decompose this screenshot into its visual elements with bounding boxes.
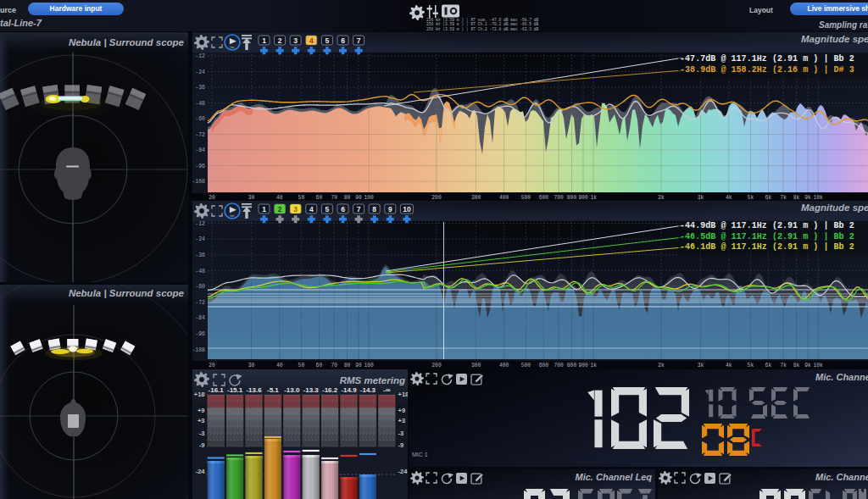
svg-text:900: 900 bbox=[578, 195, 588, 201]
svg-text:200: 200 bbox=[431, 195, 442, 201]
svg-text:3k: 3k bbox=[698, 195, 704, 201]
svg-text:10k: 10k bbox=[814, 363, 824, 369]
svg-text:4: 4 bbox=[309, 36, 314, 45]
svg-text:3: 3 bbox=[293, 36, 298, 45]
svg-text:+18: +18 bbox=[398, 391, 409, 398]
svg-text:-12: -12 bbox=[195, 53, 205, 59]
svg-text:Magnitude spect: Magnitude spect bbox=[801, 34, 868, 44]
svg-text:1k: 1k bbox=[590, 195, 597, 201]
svg-text:6k: 6k bbox=[765, 363, 772, 369]
svg-text:-24: -24 bbox=[195, 69, 205, 75]
svg-text:2k: 2k bbox=[658, 195, 665, 201]
svg-text:-13.0: -13.0 bbox=[284, 386, 300, 394]
svg-text:5k: 5k bbox=[748, 363, 754, 369]
svg-text:-16.2: -16.2 bbox=[322, 386, 338, 394]
svg-text:3: 3 bbox=[293, 205, 298, 213]
svg-text:live: live bbox=[231, 46, 235, 49]
svg-text:+18: +18 bbox=[194, 391, 205, 398]
svg-text:-84: -84 bbox=[195, 315, 205, 321]
svg-text:6: 6 bbox=[341, 36, 345, 45]
svg-text:9k: 9k bbox=[804, 363, 811, 369]
svg-text:-72: -72 bbox=[195, 300, 205, 306]
svg-text:-108: -108 bbox=[192, 179, 205, 185]
svg-text:-15.1: -15.1 bbox=[227, 386, 243, 394]
svg-text:30: 30 bbox=[248, 363, 255, 369]
svg-text:-9: -9 bbox=[199, 441, 205, 449]
svg-text:-9: -9 bbox=[398, 441, 404, 449]
svg-text:7: 7 bbox=[357, 205, 361, 213]
svg-text:-5.1: -5.1 bbox=[267, 386, 279, 394]
svg-text:-13.6: -13.6 bbox=[246, 386, 262, 394]
svg-text:MIC 1: MIC 1 bbox=[412, 452, 428, 457]
svg-text:2: 2 bbox=[278, 205, 282, 213]
svg-text:9: 9 bbox=[388, 205, 392, 213]
svg-text:300: 300 bbox=[471, 195, 481, 201]
svg-text:+9: +9 bbox=[198, 407, 205, 414]
svg-text:5: 5 bbox=[326, 205, 330, 213]
svg-text:4: 4 bbox=[309, 205, 314, 213]
svg-text:-72: -72 bbox=[195, 132, 205, 138]
svg-text:-24: -24 bbox=[195, 236, 205, 242]
svg-text:500: 500 bbox=[521, 363, 531, 369]
svg-text:Magnitude spect: Magnitude spect bbox=[801, 202, 868, 213]
svg-text:20: 20 bbox=[209, 195, 215, 201]
svg-text:5k: 5k bbox=[748, 195, 754, 201]
svg-text:100: 100 bbox=[364, 195, 375, 201]
svg-text:-46.1dB @ 117.1Hz (2.91 m ) |: -46.1dB @ 117.1Hz (2.91 m ) | Bb 2 bbox=[680, 242, 854, 252]
svg-text:40: 40 bbox=[276, 363, 283, 369]
svg-text:-13.3: -13.3 bbox=[303, 386, 320, 394]
svg-text:-60: -60 bbox=[195, 116, 205, 122]
svg-text:-14.3: -14.3 bbox=[360, 386, 376, 394]
svg-text:10: 10 bbox=[403, 205, 411, 213]
svg-text:1k: 1k bbox=[590, 363, 597, 369]
svg-text:+3: +3 bbox=[398, 417, 406, 424]
svg-text:2: 2 bbox=[278, 36, 282, 45]
svg-text:200: 200 bbox=[431, 363, 442, 369]
svg-text:30: 30 bbox=[248, 195, 255, 201]
svg-text:-48: -48 bbox=[195, 269, 205, 274]
svg-text:-3: -3 bbox=[199, 430, 205, 437]
svg-text:-96: -96 bbox=[195, 164, 205, 169]
svg-text:256 Hz (3.59 m ) | RT Ch.2: 256 Hz (3.59 m ) | RT Ch.2 -72.8 dB max … bbox=[426, 27, 539, 31]
svg-text:7: 7 bbox=[357, 36, 361, 45]
svg-text:500: 500 bbox=[521, 195, 531, 201]
svg-text:7k: 7k bbox=[780, 195, 787, 201]
svg-text:-12: -12 bbox=[195, 221, 205, 227]
svg-text:live: live bbox=[231, 214, 235, 218]
svg-text:40: 40 bbox=[276, 195, 283, 201]
svg-text:1: 1 bbox=[262, 205, 266, 213]
svg-text:6: 6 bbox=[341, 205, 345, 213]
svg-text:9k: 9k bbox=[804, 195, 811, 201]
svg-text:5: 5 bbox=[326, 36, 330, 45]
svg-text:-38.9dB @ 158.2Hz (2.16 m ) |: -38.9dB @ 158.2Hz (2.16 m ) | D# 3 bbox=[680, 65, 854, 75]
svg-text:600: 600 bbox=[539, 363, 549, 369]
svg-text:-60: -60 bbox=[195, 284, 205, 290]
svg-text:700: 700 bbox=[554, 363, 565, 369]
svg-text:60: 60 bbox=[316, 363, 323, 369]
svg-text:-∞: -∞ bbox=[383, 386, 391, 394]
svg-text:-3: -3 bbox=[398, 430, 404, 437]
svg-text:6k: 6k bbox=[765, 195, 772, 201]
svg-text:800: 800 bbox=[567, 195, 577, 201]
svg-text:-24: -24 bbox=[398, 468, 409, 475]
svg-text:400: 400 bbox=[499, 195, 509, 201]
svg-text:50: 50 bbox=[298, 195, 305, 201]
svg-text:-16.1: -16.1 bbox=[209, 386, 225, 394]
svg-text:4k: 4k bbox=[726, 363, 732, 369]
svg-text:90: 90 bbox=[355, 195, 362, 201]
svg-text:80: 80 bbox=[344, 195, 351, 201]
svg-text:Mic. Channel s: Mic. Channel s bbox=[815, 472, 868, 482]
svg-text:8k: 8k bbox=[793, 363, 800, 369]
svg-text:4k: 4k bbox=[726, 195, 732, 201]
svg-text:-14.9: -14.9 bbox=[341, 386, 357, 394]
svg-text:400: 400 bbox=[499, 363, 509, 369]
svg-text:50: 50 bbox=[298, 363, 305, 369]
svg-text:256 Hz (3.59 m ) | RT Ch.1: 256 Hz (3.59 m ) | RT Ch.1 -70.2 dB max … bbox=[426, 22, 539, 26]
svg-text:-36: -36 bbox=[195, 85, 205, 91]
svg-text:-24: -24 bbox=[196, 468, 206, 475]
svg-text:700: 700 bbox=[554, 195, 565, 201]
svg-text:-47.7dB @ 117.1Hz (2.91 m ) |: -47.7dB @ 117.1Hz (2.91 m ) | Bb 2 bbox=[680, 54, 854, 64]
svg-text:-36: -36 bbox=[195, 252, 205, 258]
svg-text:10k: 10k bbox=[814, 195, 824, 201]
svg-text:1: 1 bbox=[262, 36, 266, 45]
